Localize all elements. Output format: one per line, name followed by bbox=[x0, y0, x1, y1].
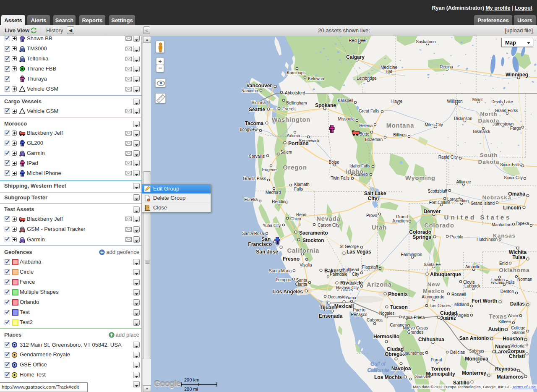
svg-text:City: City bbox=[352, 272, 359, 277]
svg-text:Hat: Hat bbox=[386, 69, 392, 74]
svg-text:College: College bbox=[511, 326, 525, 330]
svg-text:Delicias: Delicias bbox=[450, 350, 465, 355]
svg-text:Bozeman: Bozeman bbox=[365, 137, 383, 142]
svg-text:Houston: Houston bbox=[503, 336, 523, 342]
svg-text:Idaho: Idaho bbox=[345, 168, 364, 175]
svg-text:Fort Collins: Fort Collins bbox=[429, 200, 451, 205]
svg-text:Winnipeg: Winnipeg bbox=[506, 72, 528, 78]
svg-text:Killeen: Killeen bbox=[498, 319, 511, 324]
svg-text:Los Angeles: Los Angeles bbox=[273, 289, 303, 295]
svg-text:Enid: Enid bbox=[499, 261, 508, 266]
svg-text:Lincoln: Lincoln bbox=[503, 205, 521, 211]
svg-text:Calgary: Calgary bbox=[346, 54, 365, 60]
svg-text:Roswell: Roswell bbox=[451, 292, 466, 297]
svg-text:Dakota: Dakota bbox=[478, 159, 499, 165]
svg-text:St George: St George bbox=[339, 244, 359, 249]
svg-text:Topeka: Topeka bbox=[516, 221, 529, 226]
svg-text:Eugene: Eugene bbox=[262, 167, 277, 172]
svg-text:Arizona: Arizona bbox=[367, 281, 392, 288]
svg-text:Hermosillo: Hermosillo bbox=[373, 334, 399, 340]
svg-text:Mexicali: Mexicali bbox=[334, 303, 354, 309]
svg-text:Midland: Midland bbox=[454, 302, 469, 307]
svg-text:Sacramento: Sacramento bbox=[299, 230, 328, 236]
svg-text:Miles City: Miles City bbox=[425, 123, 443, 127]
svg-text:Dickinson: Dickinson bbox=[454, 116, 472, 121]
svg-text:Portland: Portland bbox=[288, 141, 309, 146]
svg-text:Alliance: Alliance bbox=[456, 180, 471, 184]
svg-text:Peñasco: Peñasco bbox=[351, 312, 368, 317]
svg-text:Norman: Norman bbox=[517, 277, 532, 282]
svg-text:Amarillo: Amarillo bbox=[465, 264, 481, 269]
svg-text:Tacoma: Tacoma bbox=[245, 120, 264, 126]
svg-text:Sterling: Sterling bbox=[454, 199, 469, 203]
svg-text:Falls: Falls bbox=[294, 187, 303, 191]
svg-text:Santa Maria: Santa Maria bbox=[269, 269, 292, 273]
svg-text:Santa Fe: Santa Fe bbox=[424, 262, 441, 267]
svg-text:Station: Station bbox=[512, 330, 525, 335]
svg-text:San Jose: San Jose bbox=[256, 249, 278, 255]
svg-text:Manhattan: Manhattan bbox=[492, 222, 511, 227]
svg-text:City: City bbox=[368, 196, 378, 201]
svg-text:Matamoros: Matamoros bbox=[497, 374, 524, 380]
svg-text:Fort Worth: Fort Worth bbox=[472, 298, 497, 304]
svg-text:Kamloops: Kamloops bbox=[287, 71, 305, 75]
svg-text:Utah: Utah bbox=[372, 224, 387, 231]
svg-text:Reno: Reno bbox=[296, 212, 306, 217]
svg-text:Junction: Junction bbox=[392, 219, 408, 223]
svg-text:Kelowna: Kelowna bbox=[308, 76, 324, 81]
svg-text:Monterrey: Monterrey bbox=[462, 370, 486, 376]
svg-text:Tulsa: Tulsa bbox=[513, 254, 526, 260]
svg-text:Albuquerque: Albuquerque bbox=[430, 272, 461, 277]
svg-text:Yuma: Yuma bbox=[345, 295, 356, 300]
svg-text:Spokane: Spokane bbox=[315, 102, 336, 108]
svg-text:Springs: Springs bbox=[412, 234, 431, 240]
svg-text:Tucson: Tucson bbox=[390, 304, 408, 310]
svg-text:Mexico: Mexico bbox=[423, 288, 445, 294]
svg-text:Las Cruces: Las Cruces bbox=[430, 303, 451, 308]
svg-text:Missoula: Missoula bbox=[338, 117, 355, 121]
svg-text:Wichita: Wichita bbox=[509, 249, 527, 255]
svg-text:Los Mochis: Los Mochis bbox=[374, 374, 402, 380]
svg-text:Francisco: Francisco bbox=[248, 241, 272, 247]
svg-text:Denton: Denton bbox=[501, 289, 514, 294]
svg-text:Provo: Provo bbox=[366, 213, 378, 218]
svg-text:Lethbridge: Lethbridge bbox=[357, 76, 377, 81]
svg-text:Nanaimo: Nanaimo bbox=[241, 89, 258, 93]
svg-text:Pueblo: Pueblo bbox=[450, 235, 464, 239]
svg-text:Minot: Minot bbox=[472, 97, 483, 102]
svg-text:Dakota: Dakota bbox=[478, 118, 499, 124]
svg-text:Caborca: Caborca bbox=[367, 318, 383, 322]
svg-text:Vancouver: Vancouver bbox=[246, 83, 272, 89]
svg-text:Cuauhtémoc: Cuauhtémoc bbox=[400, 351, 424, 355]
svg-text:Yakima: Yakima bbox=[287, 133, 300, 138]
svg-text:Colorado: Colorado bbox=[424, 222, 454, 229]
svg-text:Kalispell: Kalispell bbox=[338, 98, 353, 103]
svg-text:Oregon: Oregon bbox=[283, 164, 307, 171]
svg-text:Lompoc: Lompoc bbox=[276, 277, 291, 282]
svg-text:Palmdale: Palmdale bbox=[330, 272, 347, 277]
svg-text:South: South bbox=[480, 152, 498, 158]
svg-text:Denver: Denver bbox=[424, 209, 441, 214]
svg-text:Puerto: Puerto bbox=[353, 308, 365, 312]
svg-text:Lawton: Lawton bbox=[491, 277, 505, 282]
svg-text:Dallas: Dallas bbox=[510, 301, 525, 307]
svg-text:Santa Rosa: Santa Rosa bbox=[242, 231, 264, 236]
svg-text:Washington: Washington bbox=[272, 116, 310, 123]
svg-text:Helena: Helena bbox=[359, 123, 373, 128]
svg-text:Kansas: Kansas bbox=[493, 233, 516, 239]
svg-text:Billings: Billings bbox=[393, 133, 407, 137]
svg-text:Visalia: Visalia bbox=[300, 263, 312, 267]
svg-text:Ensenada: Ensenada bbox=[319, 313, 343, 319]
svg-text:Twin Falls: Twin Falls bbox=[331, 176, 349, 180]
svg-text:Alamogordo: Alamogordo bbox=[422, 295, 444, 299]
svg-text:Montana: Montana bbox=[386, 122, 414, 129]
svg-text:Texas: Texas bbox=[489, 313, 507, 320]
svg-text:Idaho Falls: Idaho Falls bbox=[349, 164, 370, 168]
svg-text:New: New bbox=[428, 281, 441, 287]
svg-text:Fargo: Fargo bbox=[510, 126, 521, 131]
svg-text:Clarita: Clarita bbox=[295, 282, 307, 287]
svg-text:Devils Lake: Devils Lake bbox=[491, 99, 513, 104]
svg-text:Rapid City: Rapid City bbox=[438, 155, 458, 159]
svg-text:Grand Forks: Grand Forks bbox=[495, 108, 518, 113]
svg-text:Seattle: Seattle bbox=[249, 107, 266, 112]
